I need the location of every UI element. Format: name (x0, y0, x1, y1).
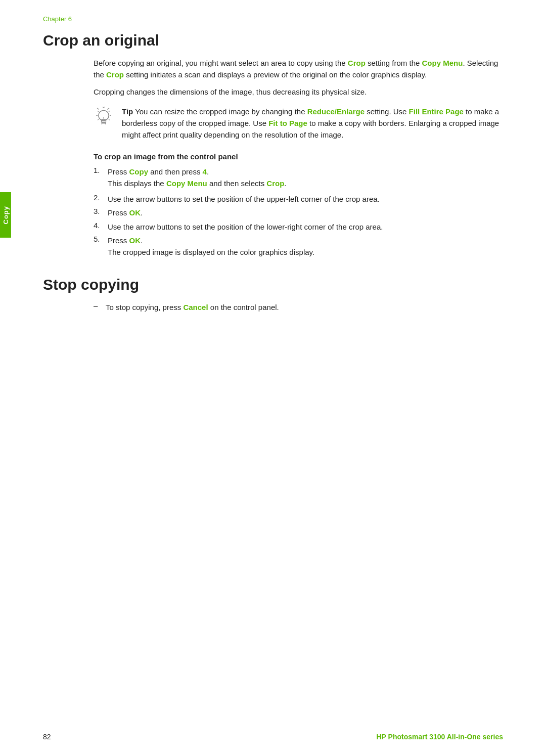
svg-line-16 (109, 119, 110, 120)
crop-subheading: To crop an image from the control panel (94, 152, 503, 161)
crop-intro-copymenu: Copy Menu (422, 59, 463, 67)
footer-page-number: 82 (43, 733, 51, 741)
step-4-content: Use the arrow buttons to set the positio… (108, 221, 383, 233)
tip-reduce-enlarge: Reduce/Enlarge (307, 107, 365, 116)
stop-bullet-item: – To stop copying, press Cancel on the c… (94, 301, 503, 313)
side-tab-label: Copy (2, 206, 10, 225)
svg-point-10 (105, 123, 106, 124)
step-5-ok: OK (129, 236, 141, 245)
svg-line-15 (98, 119, 99, 120)
svg-point-9 (101, 123, 102, 124)
crop-intro-p1: Before copying an original, you might wa… (94, 57, 503, 81)
step-5-row: 5. Press OK. (94, 235, 503, 246)
step-1-sub-crop: Crop (266, 179, 284, 188)
stop-bullet-content: To stop copying, press Cancel on the con… (106, 301, 279, 313)
svg-point-4 (99, 110, 109, 120)
step-2-row: 2. Use the arrow buttons to set the posi… (94, 193, 503, 205)
svg-rect-7 (102, 122, 105, 123)
tip-text-p2: setting. Use (365, 107, 409, 116)
step-1-sub: This displays the Copy Menu and then sel… (108, 177, 503, 189)
step-3-number: 3. (94, 207, 108, 215)
tip-box: Tip You can resize the cropped image by … (94, 106, 503, 141)
svg-line-13 (98, 111, 99, 112)
crop-intro-p2: Cropping changes the dimensions of the i… (94, 86, 503, 98)
crop-intro-crop1: Crop (348, 59, 366, 67)
step-4-number: 4. (94, 221, 108, 230)
step-2-content: Use the arrow buttons to set the positio… (108, 193, 380, 205)
step-3-row: 3. Press OK. (94, 207, 503, 218)
step-2: 2. Use the arrow buttons to set the posi… (94, 193, 503, 205)
step-4: 4. Use the arrow buttons to set the posi… (94, 221, 503, 233)
step-1-copy: Copy (129, 167, 149, 176)
step-1-sub-copymenu: Copy Menu (166, 179, 207, 188)
stop-heading: Stop copying (43, 276, 503, 293)
step-3: 3. Press OK. (94, 207, 503, 218)
step-5-content: Press OK. (108, 235, 143, 246)
page-container: Copy Chapter 6 Crop an original Before c… (0, 0, 546, 756)
tip-text-p1: You can resize the cropped image by chan… (135, 107, 307, 116)
tip-fill-entire: Fill Entire Page (409, 107, 464, 116)
step-1-row: 1. Press Copy and then press 4. (94, 166, 503, 177)
step-1-number: 1. (94, 166, 108, 174)
crop-intro-crop2: Crop (106, 70, 124, 79)
footer-product-name: HP Photosmart 3100 All-in-One series (376, 733, 503, 741)
step-3-ok: OK (129, 208, 141, 217)
stop-cancel: Cancel (183, 303, 208, 312)
step-1-content: Press Copy and then press 4. (108, 166, 209, 177)
crop-heading: Crop an original (43, 32, 503, 49)
svg-line-1 (104, 107, 105, 108)
step-1: 1. Press Copy and then press 4. This dis… (94, 166, 503, 192)
svg-line-3 (97, 108, 99, 110)
main-content: Chapter 6 Crop an original Before copyin… (43, 0, 503, 314)
stop-section: Stop copying – To stop copying, press Ca… (43, 276, 503, 313)
footer: 82 HP Photosmart 3100 All-in-One series (43, 733, 503, 741)
crop-steps-list: 1. Press Copy and then press 4. This dis… (94, 166, 503, 260)
chapter-label: Chapter 6 (43, 15, 503, 23)
tip-label: Tip (122, 107, 133, 116)
crop-intro-text2: setting from the (366, 59, 422, 67)
step-5-number: 5. (94, 235, 108, 243)
tip-lightbulb-icon (94, 107, 114, 129)
crop-intro-text4: setting initiates a scan and displays a … (124, 70, 427, 79)
side-tab: Copy (0, 192, 11, 238)
step-2-number: 2. (94, 193, 108, 202)
stop-bullet-list: – To stop copying, press Cancel on the c… (94, 301, 503, 313)
svg-line-14 (109, 111, 110, 112)
step-3-content: Press OK. (108, 207, 143, 218)
step-5-sub: The cropped image is displayed on the co… (108, 246, 503, 258)
bullet-dash: – (94, 301, 106, 310)
step-5: 5. Press OK. The cropped image is displa… (94, 235, 503, 260)
svg-line-2 (107, 108, 109, 110)
step-1-4: 4 (203, 167, 207, 176)
crop-intro-p1-text1: Before copying an original, you might wa… (94, 59, 348, 67)
tip-fit-to-page: Fit to Page (268, 119, 307, 127)
step-4-row: 4. Use the arrow buttons to set the posi… (94, 221, 503, 233)
tip-text: Tip You can resize the cropped image by … (122, 106, 503, 141)
tip-icon (94, 107, 117, 130)
